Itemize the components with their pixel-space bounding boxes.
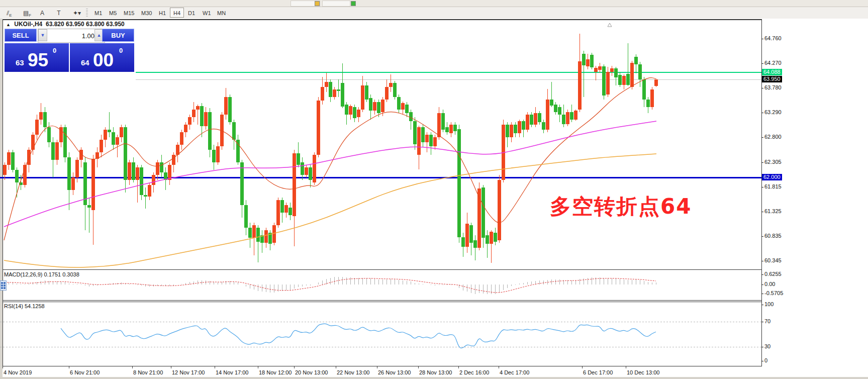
candle-body[interactable]: [317, 101, 320, 155]
candle-body[interactable]: [453, 125, 457, 131]
candle-body[interactable]: [280, 200, 284, 213]
candle-body[interactable]: [389, 83, 393, 87]
candle-body[interactable]: [546, 100, 549, 130]
candle-body[interactable]: [473, 240, 477, 248]
candle-body[interactable]: [630, 63, 634, 87]
candle-body[interactable]: [461, 237, 465, 247]
shift-marker-icon[interactable]: [608, 23, 612, 27]
candle-body[interactable]: [481, 187, 485, 238]
candle-body[interactable]: [409, 112, 413, 121]
candle-body[interactable]: [510, 125, 513, 137]
candle-body[interactable]: [176, 145, 179, 155]
candle-body[interactable]: [381, 100, 384, 112]
candle-body[interactable]: [606, 72, 610, 94]
candle-body[interactable]: [284, 205, 288, 213]
timeframe-m5-button[interactable]: M5: [106, 8, 120, 18]
candle-body[interactable]: [574, 111, 577, 120]
candle-body[interactable]: [610, 68, 614, 72]
candle-body[interactable]: [75, 160, 79, 177]
candle-body[interactable]: [47, 127, 51, 142]
candle-body[interactable]: [168, 165, 171, 180]
candle-body[interactable]: [244, 205, 248, 228]
candle-body[interactable]: [55, 142, 59, 160]
candle-body[interactable]: [272, 225, 276, 243]
candle-body[interactable]: [530, 115, 533, 125]
candle-body[interactable]: [614, 68, 618, 77]
candle-body[interactable]: [441, 113, 445, 130]
candle-body[interactable]: [417, 127, 421, 155]
candle-body[interactable]: [542, 122, 545, 130]
volume-input[interactable]: [48, 29, 95, 42]
candle-body[interactable]: [288, 208, 292, 215]
candle-body[interactable]: [333, 89, 336, 97]
candle-body[interactable]: [445, 127, 449, 132]
candle-body[interactable]: [457, 129, 461, 237]
candle-body[interactable]: [361, 85, 364, 110]
candle-body[interactable]: [248, 228, 252, 238]
candle-body[interactable]: [305, 167, 308, 175]
candle-body[interactable]: [15, 170, 19, 182]
candle-body[interactable]: [3, 165, 7, 175]
candle-body[interactable]: [116, 137, 119, 145]
candle-body[interactable]: [188, 117, 191, 125]
candle-body[interactable]: [31, 135, 35, 150]
candle-body[interactable]: [276, 200, 280, 225]
candle-body[interactable]: [208, 112, 212, 150]
candle-body[interactable]: [562, 115, 565, 124]
candle-body[interactable]: [349, 106, 352, 115]
candle-body[interactable]: [104, 130, 107, 140]
candle-body[interactable]: [132, 162, 135, 180]
autotrade-icon[interactable]: [351, 1, 356, 6]
candle-body[interactable]: [71, 177, 75, 190]
candle-body[interactable]: [196, 106, 200, 110]
candle-body[interactable]: [100, 140, 103, 152]
candle-body[interactable]: [654, 79, 658, 86]
candle-body[interactable]: [494, 233, 497, 242]
candle-body[interactable]: [67, 157, 71, 190]
text-label-tool-button[interactable]: A: [36, 8, 48, 18]
candle-body[interactable]: [578, 61, 582, 110]
candle-body[interactable]: [486, 235, 489, 244]
candle-body[interactable]: [369, 98, 372, 111]
candle-body[interactable]: [156, 162, 159, 175]
candle-body[interactable]: [397, 97, 401, 110]
fibonacci-tool-button[interactable]: ▤F: [20, 8, 35, 18]
candle-body[interactable]: [144, 195, 147, 197]
candle-body[interactable]: [566, 112, 569, 124]
candle-body[interactable]: [108, 130, 111, 132]
buy-button[interactable]: BUY: [102, 29, 134, 42]
candle-body[interactable]: [429, 135, 433, 146]
candle-body[interactable]: [558, 107, 561, 115]
timeframe-w1-button[interactable]: W1: [199, 8, 213, 18]
candle-body[interactable]: [91, 159, 95, 210]
candle-body[interactable]: [256, 228, 260, 242]
candle-body[interactable]: [586, 59, 590, 66]
text-tool-button[interactable]: T: [53, 8, 65, 18]
candle-body[interactable]: [63, 127, 67, 157]
candle-body[interactable]: [377, 102, 380, 113]
candle-body[interactable]: [192, 110, 196, 117]
candle-body[interactable]: [309, 167, 312, 180]
candle-body[interactable]: [514, 125, 517, 133]
candle-body[interactable]: [413, 121, 417, 144]
candle-body[interactable]: [598, 66, 602, 70]
candle-body[interactable]: [87, 205, 91, 208]
candle-body[interactable]: [582, 54, 586, 65]
candle-body[interactable]: [252, 225, 256, 238]
candle-body[interactable]: [120, 127, 123, 137]
candle-body[interactable]: [152, 175, 155, 185]
candle-body[interactable]: [293, 153, 296, 216]
candle-body[interactable]: [626, 74, 630, 85]
candle-body[interactable]: [112, 132, 115, 145]
candle-body[interactable]: [35, 120, 39, 135]
candle-body[interactable]: [506, 125, 509, 137]
candle-body[interactable]: [353, 107, 356, 118]
candle-body[interactable]: [570, 112, 573, 120]
candle-body[interactable]: [337, 89, 340, 91]
candle-body[interactable]: [594, 68, 598, 72]
candle-body[interactable]: [538, 113, 541, 122]
candle-body[interactable]: [39, 112, 43, 120]
candle-body[interactable]: [341, 83, 344, 107]
timeframe-m30-button[interactable]: M30: [138, 8, 155, 18]
candle-body[interactable]: [184, 125, 187, 132]
